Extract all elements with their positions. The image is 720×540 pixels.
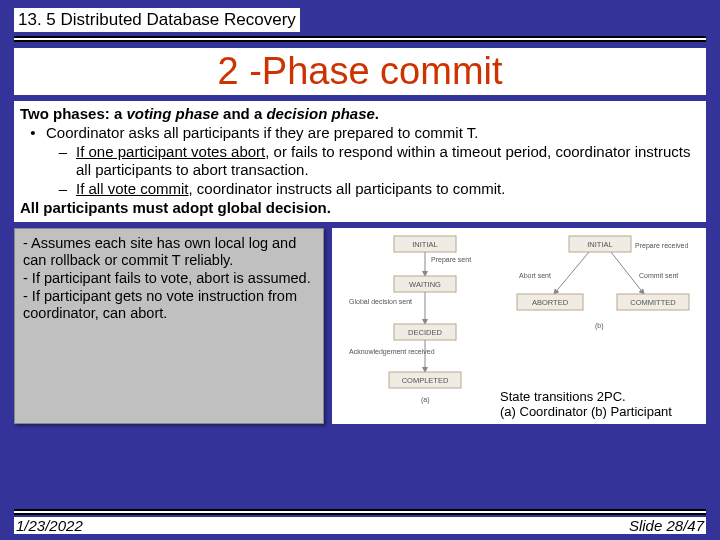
sub-text: If one participant votes abort, or fails…: [76, 143, 700, 181]
box-completed: COMPLETED: [402, 376, 449, 385]
label-b: (b): [595, 322, 604, 330]
closing-line: All participants must adopt global decis…: [20, 199, 700, 218]
t: All participants must adopt global decis…: [20, 199, 331, 216]
lbl: Acknowledgement received: [349, 348, 435, 356]
sub-bullet-2: – If all vote commit, coordinator instru…: [20, 180, 700, 199]
footer-slide: Slide 28/47: [629, 517, 704, 534]
u: If one participant votes abort: [76, 143, 265, 160]
divider-bottom: [14, 509, 706, 515]
svg-line-8: [554, 252, 589, 294]
lbl: Prepare received: [635, 242, 688, 250]
lbl: Abort sent: [519, 272, 551, 279]
note-2: - If participant fails to vote, abort is…: [23, 270, 315, 288]
diagram-caption: State transitions 2PC. (a) Coordinator (…: [500, 390, 700, 420]
slide: 13. 5 Distributed Database Recovery 2 -P…: [0, 0, 720, 540]
box-committed: COMMITTED: [630, 298, 676, 307]
lower-area: - Assumes each site has own local log an…: [14, 228, 706, 424]
page-title: 2 -Phase commit: [14, 48, 706, 95]
notes-box: - Assumes each site has own local log an…: [14, 228, 324, 424]
caption-l2: (a) Coordinator (b) Participant: [500, 405, 700, 420]
t: , coordinator instructs all participants…: [189, 180, 506, 197]
t: and a: [219, 105, 267, 122]
note-1: - Assumes each site has own local log an…: [23, 235, 315, 270]
header: 13. 5 Distributed Database Recovery: [0, 0, 720, 42]
footer-row: 1/23/2022 Slide 28/47: [14, 517, 706, 534]
caption-l1: State transitions 2PC.: [500, 390, 700, 405]
sub-bullet-1: – If one participant votes abort, or fai…: [20, 143, 700, 181]
u: If all vote commit: [76, 180, 189, 197]
bullet-mark: •: [20, 124, 46, 143]
label-a: (a): [421, 396, 430, 404]
box-initial-b: INITIAL: [587, 240, 612, 249]
t: voting phase: [126, 105, 219, 122]
t: decision phase: [266, 105, 374, 122]
note-3: - If participant gets no vote instructio…: [23, 288, 315, 323]
state-diagram: INITIAL Prepare sent WAITING Global deci…: [332, 228, 706, 424]
bullet-text: Coordinator asks all participants if the…: [46, 124, 478, 143]
body-text: Two phases: a voting phase and a decisio…: [14, 101, 706, 222]
intro-line: Two phases: a voting phase and a decisio…: [20, 105, 700, 124]
lbl: Commit sent: [639, 272, 678, 279]
box-aborted: ABORTED: [532, 298, 569, 307]
lbl: Global decision sent: [349, 298, 412, 305]
dash-mark: –: [50, 180, 76, 199]
bullet-1: • Coordinator asks all participants if t…: [20, 124, 700, 143]
section-title: 13. 5 Distributed Database Recovery: [14, 8, 300, 32]
dash-mark: –: [50, 143, 76, 181]
t: Two phases: a: [20, 105, 126, 122]
footer: 1/23/2022 Slide 28/47: [0, 509, 720, 534]
box-initial-a: INITIAL: [412, 240, 437, 249]
t: .: [375, 105, 379, 122]
box-decided: DECIDED: [408, 328, 442, 337]
lbl: Prepare sent: [431, 256, 471, 264]
box-waiting: WAITING: [409, 280, 441, 289]
sub-text: If all vote commit, coordinator instruct…: [76, 180, 505, 199]
footer-date: 1/23/2022: [16, 517, 83, 534]
divider-top: [14, 36, 706, 42]
